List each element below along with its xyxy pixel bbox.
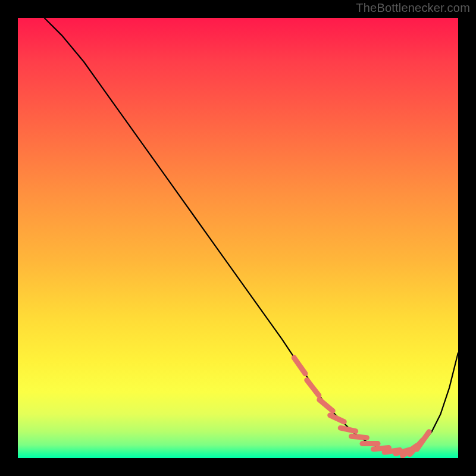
chart-frame: TheBottlenecker.com	[0, 0, 476, 476]
highlight-dash	[320, 400, 333, 411]
plot-area	[18, 18, 458, 458]
highlight-dash	[340, 428, 355, 431]
highlight-dash	[294, 358, 305, 374]
highlight-markers	[294, 358, 429, 456]
bottleneck-curve	[44, 18, 458, 452]
highlight-dash	[330, 415, 345, 422]
attribution-label: TheBottlenecker.com	[356, 1, 470, 15]
highlight-dash	[374, 448, 389, 449]
highlight-dash	[352, 436, 367, 437]
chart-overlay-svg	[18, 18, 458, 458]
highlight-dash	[417, 432, 430, 449]
highlight-dash	[307, 380, 319, 396]
